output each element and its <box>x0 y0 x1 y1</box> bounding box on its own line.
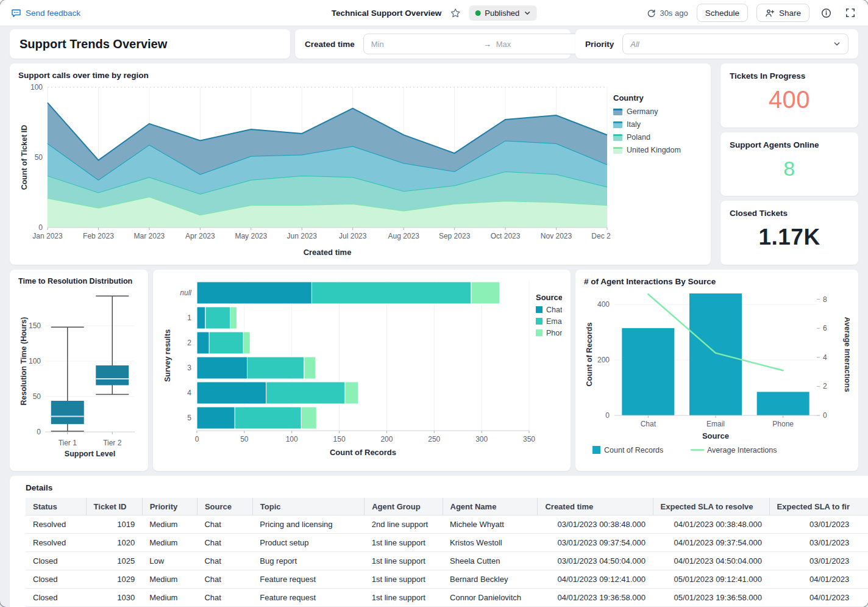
combo-chart-canvas[interactable]: ChatEmailPhone020040002468Count of Recor… <box>584 286 850 462</box>
table-cell: Product setup <box>252 534 364 552</box>
y-axis-label: Resolution Time (Hours) <box>20 317 28 406</box>
left-tick-label: 200 <box>597 356 610 364</box>
bar-segment-chat <box>197 357 247 379</box>
schedule-button-label: Schedule <box>705 9 739 18</box>
publish-status-dropdown[interactable]: Published <box>469 5 536 21</box>
survey-results-card: null12345050100150200250300350Count of R… <box>153 270 571 471</box>
column-header-source[interactable]: Source <box>197 498 252 515</box>
x-tick-label: Phone <box>772 420 794 428</box>
left-tick-label: 0 <box>605 411 610 420</box>
bar-segment-phone <box>304 357 316 379</box>
table-row[interactable]: Resolved1019MediumChatPricing and licens… <box>26 515 868 534</box>
column-header-priority[interactable]: Priority <box>142 498 197 515</box>
table-cell: Sheela Cutten <box>443 552 538 570</box>
table-cell: Closed <box>26 570 86 589</box>
table-row[interactable]: Closed1030MediumChatFeature request1st l… <box>26 589 868 607</box>
legend-swatch[interactable] <box>592 446 600 454</box>
legend-item-united-kingdom[interactable]: United Kingdom <box>613 146 702 154</box>
table-cell: Chat <box>197 570 252 589</box>
priority-select[interactable]: All <box>622 34 848 54</box>
details-title: Details <box>26 483 868 492</box>
x-tick-label: Sep 2023 <box>439 232 471 240</box>
legend-swatch[interactable] <box>536 329 542 336</box>
table-cell: Medium <box>142 515 197 534</box>
table-row[interactable]: Resolved1020MediumChatProduct setup1st l… <box>26 534 868 552</box>
table-cell: 1019 <box>86 515 142 534</box>
filter-row: Support Trends Overview Created time → P… <box>10 29 858 59</box>
send-feedback-label: Send feedback <box>26 9 80 18</box>
y-category-label: 1 <box>187 314 191 322</box>
y-category-label: 3 <box>187 364 191 372</box>
right-tick-label: 4 <box>823 353 827 362</box>
x-axis-label: Created time <box>304 248 352 257</box>
left-axis-label: Count of Records <box>585 323 594 387</box>
send-feedback-link[interactable]: Send feedback <box>11 8 80 18</box>
column-header-agent-group[interactable]: Agent Group <box>365 498 443 515</box>
table-cell: 04/01/2023 09:37:54.000 <box>653 534 769 552</box>
column-header-created-time[interactable]: Created time <box>538 498 653 515</box>
table-cell: Chat <box>197 534 252 552</box>
table-cell: 1st line support <box>365 534 443 552</box>
y-category-label: 5 <box>187 414 191 422</box>
legend-swatch[interactable] <box>536 318 542 325</box>
legend-item-poland[interactable]: Poland <box>613 133 702 142</box>
legend-label: Italy <box>627 120 641 129</box>
agent-interactions-card: # of Agent Interactions By Source ChatEm… <box>575 270 858 471</box>
x-tick-label: Aug 2023 <box>388 232 419 240</box>
info-button[interactable] <box>818 5 834 21</box>
dashboard-window: Send feedback Technical Support Overview… <box>0 0 868 607</box>
bar-segment-email <box>209 332 243 354</box>
fullscreen-icon <box>845 8 855 18</box>
y-category-label: 4 <box>187 389 191 397</box>
boxplot-canvas[interactable]: Tier 1Tier 2050100150Resolution Time (Ho… <box>18 286 140 461</box>
column-header-status[interactable]: Status <box>26 498 86 515</box>
x-tick-label: Jul 2023 <box>339 232 367 240</box>
chevron-down-icon <box>833 40 841 48</box>
table-cell: Closed <box>26 552 86 570</box>
share-button[interactable]: Share <box>756 4 809 22</box>
column-header-expected-sla-to-resolve[interactable]: Expected SLA to resolve <box>653 498 769 515</box>
box-tier-2 <box>96 365 129 385</box>
x-tick-label: Apr 2023 <box>185 232 215 240</box>
created-time-filter: Created time → <box>295 29 571 59</box>
table-cell: Feature request <box>252 570 364 589</box>
priority-filter: Priority All <box>575 29 858 59</box>
table-row[interactable]: Closed1025LowChatBug report1st line supp… <box>26 552 868 570</box>
legend-label: Germany <box>627 107 658 116</box>
refresh-control[interactable]: 30s ago <box>647 9 688 18</box>
table-cell: Feature request <box>252 589 364 607</box>
table-cell: 03/01/2023 <box>769 534 868 552</box>
legend-label: Email <box>546 317 562 326</box>
legend-item-italy[interactable]: Italy <box>613 120 702 129</box>
chevron-down-icon <box>524 10 530 16</box>
area-chart-canvas[interactable]: Jan 2023Feb 2023Mar 2023Apr 2023May 2023… <box>18 80 611 258</box>
column-header-ticket-id[interactable]: Ticket ID <box>86 498 142 515</box>
table-row[interactable]: Closed1029MediumChatFeature request1st l… <box>26 570 868 589</box>
fullscreen-button[interactable] <box>842 5 858 21</box>
table-cell: 05/01/2023 09:12:41.000 <box>653 570 769 589</box>
legend-label: Average Interactions <box>707 446 777 454</box>
legend-swatch <box>613 134 622 141</box>
schedule-button[interactable]: Schedule <box>697 4 748 22</box>
x-tick-label: 50 <box>240 435 249 444</box>
table-cell: 04/01/2023 19:36:58.000 <box>538 589 653 607</box>
table-cell: 1020 <box>86 534 142 552</box>
refreshed-ago-label: 30s ago <box>660 9 688 18</box>
stacked-bar-canvas[interactable]: null12345050100150200250300350Count of R… <box>162 277 562 462</box>
kpi-support-agents-online: Support Agents Online 8 <box>720 132 858 196</box>
x-tick-label: 350 <box>523 435 535 444</box>
kpi-value: 400 <box>769 86 810 113</box>
legend-item-germany[interactable]: Germany <box>613 107 702 116</box>
column-header-expected-sla-to-fir[interactable]: Expected SLA to fir <box>769 498 868 515</box>
star-icon[interactable] <box>450 8 460 18</box>
bar-segment-chat <box>197 407 235 429</box>
column-header-agent-name[interactable]: Agent Name <box>443 498 538 515</box>
column-header-topic[interactable]: Topic <box>252 498 364 515</box>
kpi-value: 1.17K <box>758 224 820 250</box>
table-cell: 1st line support <box>365 552 443 570</box>
table-cell: Chat <box>197 552 252 570</box>
table-cell: Medium <box>142 589 197 607</box>
min-date-input[interactable] <box>370 39 480 49</box>
y-tick-label: 50 <box>35 153 43 162</box>
legend-swatch[interactable] <box>536 306 542 313</box>
